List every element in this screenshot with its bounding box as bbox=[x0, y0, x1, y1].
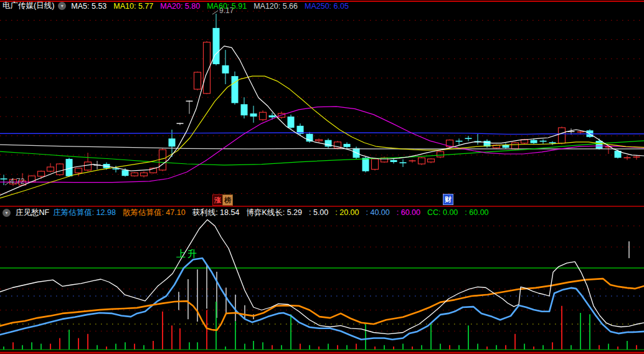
ma-value: MA20: 5.80 bbox=[160, 2, 200, 11]
ma-value: MA120: 5.66 bbox=[253, 2, 298, 11]
ma-value: MA10: 5.77 bbox=[113, 2, 153, 11]
indicator-value: 散筹估算值: 47.10 bbox=[123, 208, 186, 217]
rank-badge: 榜 bbox=[222, 194, 233, 206]
indicator-value: 庄筹估算值: 12.98 bbox=[53, 208, 116, 217]
limit-up-badge: 涨 bbox=[212, 194, 223, 206]
indicator-value: : 40.00 bbox=[366, 208, 390, 217]
candlestick-chart bbox=[0, 0, 644, 354]
chevron-down-icon[interactable]: ▾ bbox=[58, 2, 66, 10]
low-price-label: 4.72 bbox=[10, 177, 24, 186]
ma-value: MA60: 5.91 bbox=[207, 2, 247, 11]
indicator-panel-header: ▾ 庄见愁NF 庄筹估算值: 12.98散筹估算值: 47.10获利线: 18.… bbox=[2, 208, 496, 218]
indicator-value: 获利线: 18.54 bbox=[192, 208, 240, 217]
ma-value: MA250: 6.05 bbox=[305, 2, 349, 11]
indicator-name: 庄见愁NF bbox=[16, 208, 49, 218]
indicator-value: : 60.00 bbox=[397, 208, 420, 217]
indicator-value: : 5.00 bbox=[309, 208, 328, 217]
indicator-value: : 60.00 bbox=[465, 208, 488, 217]
ma-value: MA5: 5.53 bbox=[71, 2, 107, 11]
stock-app-window: { "header": { "title": "电广传媒(日线)", "coll… bbox=[0, 0, 644, 354]
chevron-down-icon[interactable]: ▾ bbox=[2, 209, 11, 217]
ma-values: MA5: 5.53MA10: 5.77MA20: 5.80MA60: 5.91M… bbox=[71, 2, 356, 11]
indicator-value: CC: 0.00 bbox=[427, 208, 458, 217]
indicator-value: 博弈K线长: 5.29 bbox=[246, 208, 302, 217]
indicator-values: 庄筹估算值: 12.98散筹估算值: 47.10获利线: 18.54博弈K线长:… bbox=[53, 208, 495, 218]
stock-title: 电广传媒(日线) bbox=[2, 1, 54, 11]
main-chart-header: 电广传媒(日线) ▾ MA5: 5.53MA10: 5.77MA20: 5.80… bbox=[2, 1, 356, 11]
rise-label: 上升 bbox=[176, 248, 199, 260]
finance-news-badge: 财 bbox=[443, 194, 453, 205]
indicator-value: : 20.00 bbox=[335, 208, 359, 217]
